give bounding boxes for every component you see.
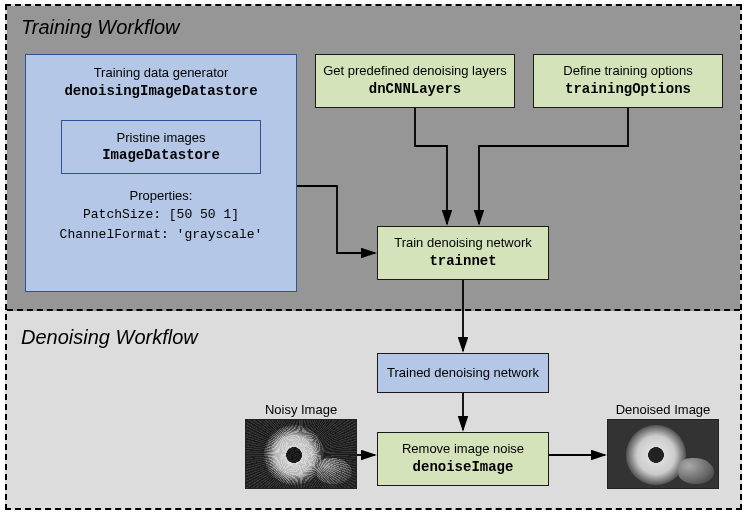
train-code: trainnet: [429, 252, 496, 270]
pristine-code: ImageDatastore: [102, 146, 220, 164]
generator-label: Training data generator: [94, 65, 229, 82]
train-network-box: Train denoising network trainnet: [377, 226, 549, 280]
generator-properties: Properties: PatchSize: [50 50 1] Channel…: [60, 188, 263, 244]
layers-code: dnCNNLayers: [369, 80, 461, 98]
training-workflow-title: Training Workflow: [7, 6, 740, 39]
props-head: Properties:: [60, 188, 263, 203]
denoised-image: [607, 419, 719, 489]
denoising-workflow-title: Denoising Workflow: [7, 316, 198, 349]
pristine-label: Pristine images: [117, 130, 206, 147]
noisy-image: [245, 419, 357, 489]
prop-patchsize: PatchSize: [50 50 1]: [60, 205, 263, 225]
generator-code: denoisingImageDatastore: [64, 82, 257, 100]
prop-channelformat: ChannelFormat: 'grayscale': [60, 225, 263, 245]
training-data-generator-box: Training data generator denoisingImageDa…: [25, 54, 297, 292]
trained-network-box: Trained denoising network: [377, 353, 549, 393]
trained-label: Trained denoising network: [387, 365, 539, 382]
denoise-label: Remove image noise: [402, 441, 524, 458]
options-label: Define training options: [563, 63, 692, 80]
training-options-box: Define training options trainingOptions: [533, 54, 723, 108]
train-label: Train denoising network: [394, 235, 532, 252]
pristine-images-box: Pristine images ImageDatastore: [61, 120, 261, 174]
denoised-image-label: Denoised Image: [607, 402, 719, 417]
denoise-image-box: Remove image noise denoiseImage: [377, 432, 549, 486]
layers-label: Get predefined denoising layers: [323, 63, 507, 80]
options-code: trainingOptions: [565, 80, 691, 98]
dncnn-layers-box: Get predefined denoising layers dnCNNLay…: [315, 54, 515, 108]
diagram-container: Training Workflow Denoising Workflow Tra…: [5, 4, 742, 510]
denoise-code: denoiseImage: [413, 458, 514, 476]
noisy-image-label: Noisy Image: [245, 402, 357, 417]
